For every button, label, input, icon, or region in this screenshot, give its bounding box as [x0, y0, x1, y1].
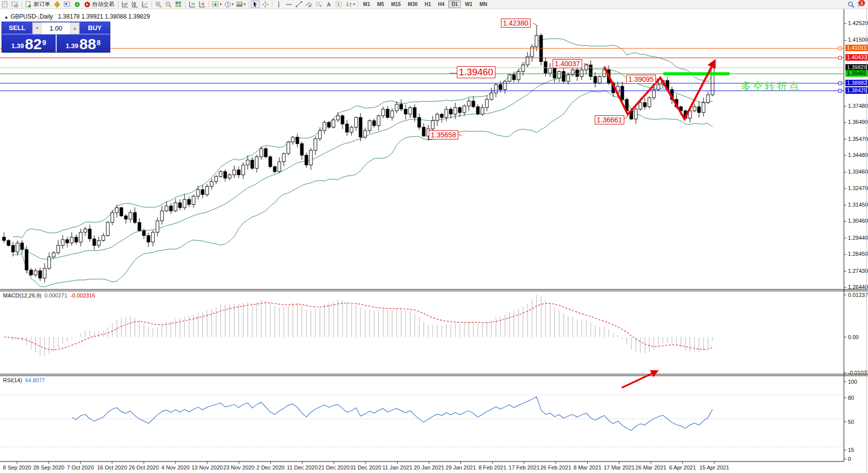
- toolbar-separator: [272, 1, 272, 8]
- text-icon[interactable]: A: [324, 1, 333, 8]
- zoom-in-icon[interactable]: [154, 1, 163, 8]
- new-order-label[interactable]: 新订单: [34, 1, 50, 8]
- svg-text:T: T: [337, 3, 340, 7]
- fibonacci-icon[interactable]: F: [314, 1, 323, 8]
- chart-canvas: [0, 0, 868, 473]
- main-toolbar: 新订单 自动交易 ▾ ▾ ▾ E F A T ▾ M1 M5 M15 M30 H…: [0, 0, 868, 9]
- zoom-out-icon[interactable]: [164, 1, 173, 8]
- sell-button[interactable]: SELL: [2, 22, 32, 35]
- tab-timeframe-m5[interactable]: M5: [374, 1, 387, 8]
- volume-increase-button[interactable]: ▲: [70, 23, 79, 34]
- sell-price-prefix: 1.39: [12, 41, 24, 51]
- label-connector: [533, 23, 538, 26]
- toolbar-separator: [118, 1, 118, 8]
- sell-price-sup: 9: [42, 34, 46, 51]
- direction-arrow-icon: ▲: [4, 15, 9, 20]
- navigator-icon[interactable]: [63, 1, 72, 8]
- autotrade-icon[interactable]: [83, 1, 92, 8]
- chart-frame: [0, 9, 868, 464]
- chart-quote-line: ▲GBPUSD-,Daily1.38178 1.39921 1.38088 1.…: [4, 13, 150, 20]
- toolbar-separator: [151, 1, 152, 8]
- macd-histogram: [4, 295, 713, 356]
- indicators-caret-icon[interactable]: ▾: [220, 2, 222, 7]
- profiles-icon[interactable]: [11, 1, 20, 8]
- toolbar-separator: [209, 1, 209, 8]
- tab-timeframe-d1[interactable]: D1: [448, 1, 461, 8]
- candles: [3, 26, 714, 283]
- rsi-pane: [0, 395, 844, 447]
- trendline-icon[interactable]: [294, 1, 303, 8]
- one-click-trade-panel: SELL ▼ 1.00 ▲ BUY 1.39829 1.39888: [2, 22, 110, 53]
- market-watch-icon[interactable]: [53, 1, 62, 8]
- templates-icon[interactable]: [235, 1, 244, 8]
- price-annotation-1.35658[interactable]: 1.35658: [429, 130, 458, 139]
- toolbar-separator: [358, 1, 358, 8]
- macd-signal-line: [4, 303, 713, 350]
- arrows-icon[interactable]: [344, 1, 354, 8]
- svg-text:F: F: [320, 5, 322, 8]
- new-order-icon[interactable]: [24, 1, 33, 8]
- line-chart-icon[interactable]: [140, 1, 149, 8]
- price-annotation-1.40037[interactable]: 1.40037: [553, 59, 582, 68]
- notification-badge[interactable]: 1: [858, 0, 865, 6]
- new-chart-icon[interactable]: [1, 1, 10, 8]
- cursor-icon[interactable]: [251, 1, 260, 8]
- templates-caret-icon[interactable]: ▾: [244, 2, 246, 7]
- candlestick-chart-icon[interactable]: [130, 1, 139, 8]
- svg-text:E: E: [309, 5, 311, 8]
- horizontal-lines[interactable]: [0, 47, 844, 92]
- search-icon[interactable]: [846, 1, 855, 8]
- horizontal-line-icon[interactable]: [284, 1, 293, 8]
- tab-timeframe-m30[interactable]: M30: [405, 1, 420, 8]
- volume-input[interactable]: 1.00: [42, 23, 70, 34]
- periods-icon[interactable]: [223, 1, 232, 8]
- tab-timeframe-m15[interactable]: M15: [388, 1, 404, 8]
- auto-scroll-icon[interactable]: [188, 1, 197, 8]
- volume-decrease-button[interactable]: ▼: [33, 23, 42, 34]
- periods-caret-icon[interactable]: ▾: [232, 2, 234, 7]
- chart-shift-icon[interactable]: [198, 1, 207, 8]
- tile-windows-icon[interactable]: [174, 1, 183, 8]
- rsi-line: [72, 397, 713, 430]
- sell-price-big: 82: [25, 37, 42, 51]
- equidistant-channel-icon[interactable]: E: [304, 1, 313, 8]
- ohlc-values: 1.38178 1.39921 1.38088 1.39829: [58, 13, 150, 20]
- price-annotation-1.39460[interactable]: 1.39460: [457, 66, 495, 78]
- price-annotation-1.42380[interactable]: 1.42380: [501, 19, 531, 28]
- bar-chart-icon[interactable]: [120, 1, 129, 8]
- symbol-period: GBPUSD-,Daily: [11, 13, 53, 20]
- toolbar-separator: [185, 1, 186, 8]
- svg-text:A: A: [327, 2, 331, 8]
- tab-timeframe-h1[interactable]: H1: [422, 1, 434, 8]
- toolbar-separator: [248, 1, 249, 8]
- alerts-icon[interactable]: [73, 1, 82, 8]
- buy-price-sup: 8: [97, 34, 101, 51]
- tab-timeframe-h4[interactable]: H4: [435, 1, 448, 8]
- tab-timeframe-m1[interactable]: M1: [360, 1, 373, 8]
- tab-timeframe-mn[interactable]: MN: [476, 1, 490, 8]
- label-connector: [584, 64, 589, 64]
- bollinger-middle: [13, 69, 713, 259]
- indicators-icon[interactable]: [211, 1, 220, 8]
- buy-price-prefix: 1.39: [66, 41, 78, 51]
- label-connector: [458, 134, 462, 135]
- buy-price-big: 88: [79, 37, 96, 51]
- price-annotation-1.39095[interactable]: 1.39095: [626, 75, 656, 84]
- buy-button[interactable]: BUY: [80, 22, 110, 35]
- vertical-line-icon[interactable]: [274, 1, 283, 8]
- price-annotation-1.36661[interactable]: 1.36661: [595, 115, 624, 124]
- arrows-caret-icon[interactable]: ▾: [353, 2, 355, 7]
- crosshair-icon[interactable]: [261, 1, 270, 8]
- text-label-icon[interactable]: T: [334, 1, 343, 8]
- autotrade-label[interactable]: 自动交易: [92, 1, 114, 8]
- buy-price[interactable]: 1.39888: [57, 35, 110, 52]
- window-edge: [866, 0, 867, 473]
- resistance-zone-bar[interactable]: [663, 72, 730, 75]
- sell-price[interactable]: 1.39829: [2, 35, 56, 52]
- tab-timeframe-w1[interactable]: W1: [462, 1, 475, 8]
- toolbar-separator: [22, 1, 22, 8]
